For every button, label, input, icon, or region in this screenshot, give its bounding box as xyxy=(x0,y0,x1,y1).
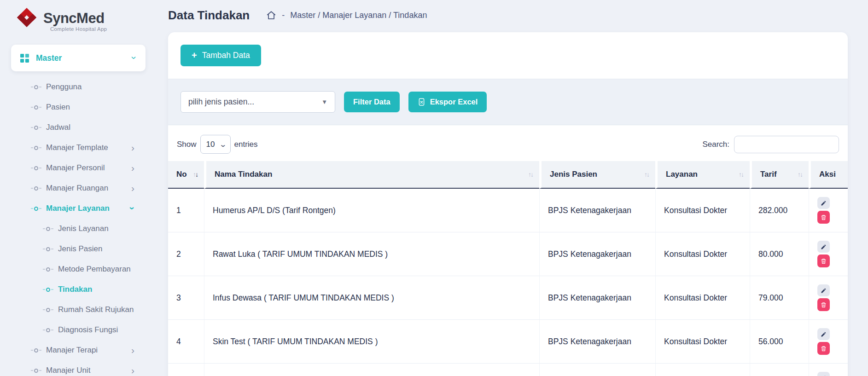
menu-dot-icon xyxy=(46,247,50,251)
app-root: SyncMed Complete Hospital App Master › P… xyxy=(0,0,868,376)
cell-no: 1 xyxy=(168,189,204,232)
delete-button[interactable] xyxy=(817,211,830,224)
chevron-right-icon: › xyxy=(131,183,134,193)
sort-arrows-icon: ↑↓ xyxy=(193,171,198,178)
sidebar-item-tindakan[interactable]: Tindakan xyxy=(0,279,160,300)
cell-no: 2 xyxy=(168,232,204,276)
sort-arrows-icon: ↑↓ xyxy=(739,171,743,178)
cell-tarif: 79.000 xyxy=(750,276,809,320)
trash-icon xyxy=(821,302,827,308)
sidebar-item-manajer-terapi[interactable]: Manajer Terapi › xyxy=(0,340,160,360)
sidebar-section-master[interactable]: Master › xyxy=(11,45,146,71)
filter-data-button[interactable]: Filter Data xyxy=(344,92,400,112)
edit-button[interactable] xyxy=(817,197,830,209)
sort-arrows-icon: ↑↓ xyxy=(798,171,802,178)
column-header-tarif[interactable]: Tarif ↑↓ xyxy=(750,161,809,189)
sidebar-item-manajer-personil[interactable]: Manajer Personil › xyxy=(0,158,160,178)
delete-button[interactable] xyxy=(817,342,830,355)
breadcrumb-path[interactable]: Master / Manajer Layanan / Tindakan xyxy=(290,11,427,20)
chevron-down-icon: › xyxy=(130,56,140,59)
menu-dot-icon xyxy=(46,227,50,231)
edit-button[interactable] xyxy=(817,241,830,253)
menu-dot-icon xyxy=(46,328,50,332)
search-input[interactable] xyxy=(734,136,839,153)
sidebar-item-manajer-unit[interactable]: Manajer Unit › xyxy=(0,360,160,376)
cell-layanan xyxy=(655,364,750,376)
cell-aksi xyxy=(809,189,848,232)
add-data-button[interactable]: + Tambah Data xyxy=(181,45,261,66)
cell-layanan: Konsultasi Dokter xyxy=(655,189,750,232)
breadcrumb-separator: - xyxy=(282,11,285,20)
table-row: 4 Skin Test ( TARIF UMUM TINDAKAN MEDIS … xyxy=(168,320,848,364)
home-icon[interactable] xyxy=(266,10,276,20)
table-row: 1 Humerus AP/L D/S (Tarif Rontgen) BPJS … xyxy=(168,189,848,232)
cell-jenis-pasien xyxy=(539,364,655,376)
delete-button[interactable] xyxy=(817,298,830,311)
jenis-pasien-select[interactable]: pilih jenis pasien... ▼ xyxy=(181,91,335,113)
sidebar-item-jadwal[interactable]: Jadwal xyxy=(0,117,160,138)
sidebar-item-pasien[interactable]: Pasien xyxy=(0,97,160,117)
menu-dot-icon xyxy=(34,186,38,191)
grid-icon xyxy=(20,54,29,63)
breadcrumb: - Master / Manajer Layanan / Tindakan xyxy=(266,10,427,20)
entries-label: entries xyxy=(234,140,258,149)
menu-dot-icon xyxy=(34,207,38,211)
menu-dot-icon xyxy=(34,348,38,353)
sort-arrows-icon: ↑↓ xyxy=(528,171,533,178)
column-header-aksi[interactable]: Aksi xyxy=(809,161,848,189)
cell-jenis-pasien: BPJS Ketenagakerjaan xyxy=(539,276,655,320)
pencil-icon xyxy=(821,244,827,250)
sidebar-item-manajer-ruangan[interactable]: Manajer Ruangan › xyxy=(0,178,160,198)
cell-jenis-pasien: BPJS Ketenagakerjaan xyxy=(539,232,655,276)
pencil-icon xyxy=(821,200,827,206)
cell-no: 4 xyxy=(168,320,204,364)
menu-dot-icon xyxy=(34,85,38,89)
page-size-select[interactable]: 10 ⌄ xyxy=(200,135,231,154)
menu-dot-icon xyxy=(46,288,50,292)
trash-icon xyxy=(821,346,827,352)
menu-dot-icon xyxy=(34,105,38,110)
menu-dot-icon xyxy=(34,166,38,170)
column-header-jenis-pasien[interactable]: Jenis Pasien ↑↓ xyxy=(539,161,655,189)
cell-nama-tindakan: Skin Test ( TARIF UMUM TINDAKAN MEDIS ) xyxy=(204,320,539,364)
column-header-layanan[interactable]: Layanan ↑↓ xyxy=(655,161,750,189)
sidebar-item-jenis-layanan[interactable]: Jenis Layanan xyxy=(0,219,160,239)
edit-button[interactable] xyxy=(817,328,830,340)
excel-file-icon xyxy=(418,98,425,106)
column-header-nama-tindakan[interactable]: Nama Tindakan ↑↓ xyxy=(204,161,539,189)
cell-no: 3 xyxy=(168,276,204,320)
edit-button[interactable] xyxy=(817,372,830,376)
show-label: Show xyxy=(177,140,197,149)
trash-icon xyxy=(821,214,827,220)
menu-dot-icon xyxy=(34,146,38,150)
delete-button[interactable] xyxy=(817,255,830,267)
menu-dot-icon xyxy=(34,369,38,373)
sidebar-item-metode-pembayaran[interactable]: Metode Pembayaran xyxy=(0,259,160,279)
select-caret-icon: ▼ xyxy=(321,98,327,105)
sidebar: SyncMed Complete Hospital App Master › P… xyxy=(0,0,160,376)
content-card: + Tambah Data pilih jenis pasien... ▼ Fi… xyxy=(168,32,848,376)
column-header-no[interactable]: No ↑↓ xyxy=(168,161,204,189)
cell-nama-tindakan: Infus Dewasa ( TARIF UMUM TINDAKAN MEDIS… xyxy=(204,276,539,320)
brand-tagline: Complete Hospital App xyxy=(43,26,107,32)
edit-button[interactable] xyxy=(817,284,830,296)
sidebar-item-diagnosis-fungsi[interactable]: Diagnosis Fungsi xyxy=(0,320,160,340)
cell-nama-tindakan: Rawat Luka ( TARIF UMUM TINDAKAN MEDIS ) xyxy=(204,232,539,276)
toolbar-section: + Tambah Data xyxy=(168,32,848,79)
sidebar-menu: Pengguna Pasien Jadwal Manajer Template … xyxy=(0,77,160,376)
chevron-right-icon: › xyxy=(131,143,134,152)
filter-section: pilih jenis pasien... ▼ Filter Data Eksp… xyxy=(168,79,848,125)
sidebar-item-rumah-sakit-rujukan[interactable]: Rumah Sakit Rujukan xyxy=(0,300,160,320)
sidebar-item-manajer-layanan[interactable]: Manajer Layanan › xyxy=(0,198,160,219)
table-section: Show 10 ⌄ entries Search: xyxy=(168,125,848,376)
chevron-down-icon: › xyxy=(128,207,138,210)
sidebar-item-jenis-pasien[interactable]: Jenis Pasien xyxy=(0,239,160,259)
export-excel-button[interactable]: Ekspor Excel xyxy=(408,92,487,112)
trash-icon xyxy=(821,258,827,264)
sidebar-item-manajer-template[interactable]: Manajer Template › xyxy=(0,138,160,158)
sort-arrows-icon: ↑↓ xyxy=(644,171,649,178)
search-label: Search: xyxy=(702,140,729,149)
cell-aksi xyxy=(809,276,848,320)
brand-logo: SyncMed Complete Hospital App xyxy=(0,6,160,32)
sidebar-item-pengguna[interactable]: Pengguna xyxy=(0,77,160,97)
